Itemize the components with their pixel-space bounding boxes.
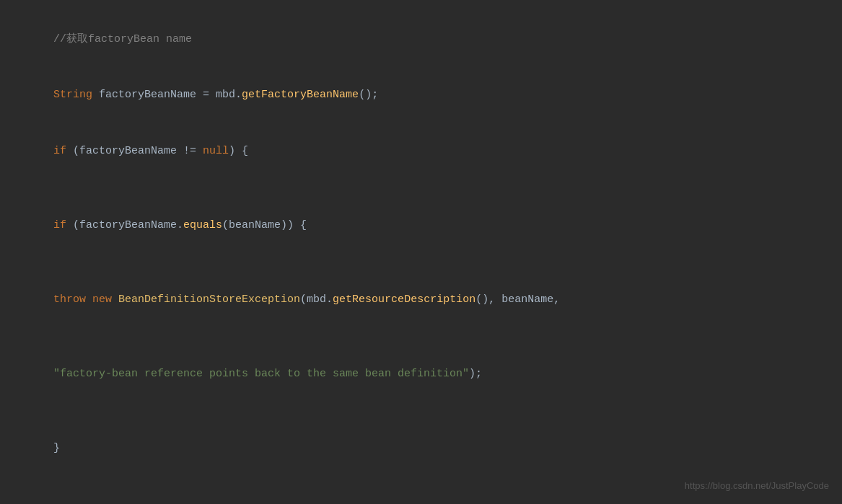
line-1: //获取factoryBean name [14,12,828,67]
line-6: "factory-bean reference points back to t… [14,328,828,402]
code-block: //获取factoryBean name String factoryBeanN… [0,7,842,504]
line-5: throw new BeanDefinitionStoreException(m… [14,253,828,327]
line-7: } [14,402,828,477]
watermark: https://blog.csdn.net/JustPlayCode [685,479,829,494]
comment-1: //获取factoryBean name [53,33,192,45]
line-2: String factoryBeanName = mbd.getFactoryB… [14,67,828,123]
line-3: if (factoryBeanName != null) { [14,123,828,179]
code-container: //获取factoryBean name String factoryBeanN… [0,0,842,504]
line-4: if (factoryBeanName.equals(beanName)) { [14,179,828,253]
